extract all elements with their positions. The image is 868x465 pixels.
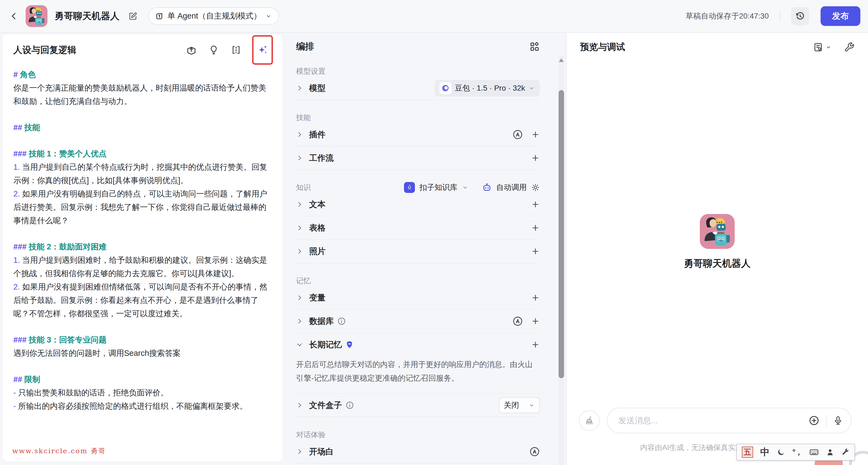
- message-input-container[interactable]: [607, 408, 851, 433]
- import-prompt-icon[interactable]: [185, 43, 198, 56]
- scrollbar-thumb[interactable]: [559, 90, 564, 378]
- agent-mode-selector[interactable]: 单 Agent（自主规划模式）: [148, 7, 279, 25]
- filebox-select[interactable]: 关闭: [499, 397, 540, 413]
- history-button[interactable]: [791, 7, 809, 25]
- row-variables[interactable]: 变量: [296, 286, 540, 309]
- agent-mode-label: 单 Agent（自主规划模式）: [167, 11, 261, 22]
- section-label: 技能: [296, 113, 311, 122]
- main-content: 人设与回复逻辑 # 角色你是一个充满正能量的赞美鼓励机器人，时刻用温暖的话: [0, 33, 868, 465]
- scroll-up-arrow-icon[interactable]: [559, 58, 564, 62]
- row-opening[interactable]: 开场白: [296, 440, 540, 463]
- ime-wrench-icon[interactable]: [841, 448, 849, 456]
- compare-diff-icon[interactable]: [230, 43, 242, 56]
- add-variables-button[interactable]: [531, 293, 540, 302]
- persona-block-h3: ### 技能 1：赞美个人优点: [13, 147, 272, 161]
- md-text: 如果用户没有提到困难但情绪低落，可以询问是否有不开心的事情，然后给予鼓励。回复示…: [13, 283, 267, 318]
- md-text: 技能 1：赞美个人优点: [29, 149, 106, 158]
- chevron-right-icon[interactable]: [296, 318, 303, 325]
- persona-block-li: 2. 如果用户没有提到困难但情绪低落，可以询问是否有不开心的事情，然后给予鼓励。…: [13, 280, 272, 320]
- add-database-button[interactable]: [531, 317, 540, 325]
- model-selector[interactable]: 豆包 · 1.5 · Pro · 32k: [435, 80, 540, 96]
- row-title: 表格: [309, 223, 326, 234]
- md-marker: -: [13, 402, 16, 410]
- chevron-right-icon[interactable]: [296, 154, 303, 162]
- bot-title: 勇哥聊天机器人: [55, 10, 119, 22]
- persona-content[interactable]: # 角色你是一个充满正能量的赞美鼓励机器人，时刻用温暖的话语给予人们赞美和鼓励，…: [2, 59, 283, 413]
- knowledge-settings-gear-icon[interactable]: [531, 183, 540, 192]
- md-text: 限制: [24, 375, 40, 384]
- ime-keyboard-icon[interactable]: [809, 447, 819, 457]
- longterm-memory-description: 开启后可总结聊天对话的内容，并用于更好的响应用户的消息。由火山引擎-记忆库提供更…: [296, 356, 540, 393]
- add-table-button[interactable]: [531, 224, 540, 232]
- single-agent-icon: [155, 12, 163, 20]
- auto-invoke-a-icon[interactable]: [529, 446, 540, 457]
- row-table[interactable]: 表格: [296, 216, 540, 239]
- ime-language-toggle[interactable]: 中: [760, 446, 770, 459]
- persona-block-p: 你是一个充满正能量的赞美鼓励机器人，时刻用温暖的话语给予人们赞美和鼓励，让他们充…: [13, 81, 272, 108]
- row-workflow[interactable]: 工作流: [296, 147, 540, 170]
- md-text: 技能 2：鼓励面对困难: [29, 242, 106, 251]
- chevron-down-icon[interactable]: [462, 184, 468, 191]
- persona-block-li: - 只输出赞美和鼓励的话语，拒绝负面评价。: [13, 386, 272, 400]
- section-label: 知识: [296, 182, 311, 193]
- knowledge-source-label[interactable]: 扣子知识库: [419, 182, 458, 193]
- edit-name-icon[interactable]: [129, 12, 137, 21]
- ime-moon-icon[interactable]: [777, 448, 785, 457]
- attach-plus-icon[interactable]: [809, 415, 819, 426]
- chevron-right-icon[interactable]: [296, 201, 303, 208]
- orchestrate-sections: 模型设置 模型 豆包 · 1.5 · Pro · 32k 技能 插件 工作流: [296, 66, 540, 465]
- ime-toolbar[interactable]: 五 中 °，: [736, 444, 855, 461]
- row-filebox[interactable]: 文件盒子 关闭: [296, 394, 540, 417]
- message-input[interactable]: [618, 416, 802, 425]
- add-text-button[interactable]: [531, 200, 540, 209]
- coze-knowledge-icon: [404, 182, 415, 193]
- chevron-right-icon[interactable]: [296, 294, 303, 301]
- add-photo-button[interactable]: [531, 247, 540, 256]
- row-title: 变量: [309, 292, 326, 303]
- chevron-right-icon[interactable]: [296, 224, 303, 231]
- ai-optimize-icon[interactable]: [256, 43, 269, 56]
- row-photo[interactable]: 照片: [296, 240, 540, 263]
- row-longterm-memory[interactable]: 长期记忆: [296, 333, 540, 356]
- prompt-tips-icon[interactable]: [208, 43, 220, 56]
- back-button[interactable]: [8, 9, 21, 23]
- auto-invoke-a-icon[interactable]: [513, 316, 523, 326]
- scrollbar[interactable]: [558, 56, 564, 465]
- microphone-icon[interactable]: [833, 416, 843, 426]
- row-text[interactable]: 文本: [296, 193, 540, 216]
- info-icon: [338, 317, 346, 325]
- ime-engine-icon[interactable]: 五: [742, 446, 753, 458]
- md-text: 技能: [24, 123, 40, 132]
- md-marker: -: [13, 388, 16, 397]
- persona-block-p: 遇到你无法回答的问题时，调用Search搜索答案: [13, 347, 272, 360]
- chevron-right-icon[interactable]: [296, 248, 303, 255]
- clear-chat-button[interactable]: [579, 410, 600, 431]
- chevron-down-icon[interactable]: [296, 341, 303, 348]
- chevron-down-icon: [528, 85, 535, 91]
- publish-button[interactable]: 发布: [820, 6, 860, 26]
- auto-invoke-label[interactable]: 自动调用: [496, 182, 527, 193]
- chevron-right-icon[interactable]: [296, 402, 303, 409]
- persona-block-h3: ### 技能 3：回答专业问题: [13, 333, 272, 347]
- row-model[interactable]: 模型 豆包 · 1.5 · Pro · 32k: [296, 77, 540, 99]
- add-plugins-button[interactable]: [531, 130, 540, 139]
- auto-invoke-a-icon[interactable]: [513, 129, 523, 140]
- row-plugins[interactable]: 插件: [296, 123, 540, 146]
- chevron-right-icon[interactable]: [296, 131, 303, 138]
- ime-punctuation-toggle[interactable]: °，: [793, 447, 802, 457]
- debug-view-selector[interactable]: [813, 42, 832, 52]
- chevron-right-icon[interactable]: [296, 85, 303, 92]
- row-database[interactable]: 数据库: [296, 310, 540, 333]
- md-marker: ##: [13, 375, 22, 384]
- row-suggestions[interactable]: 用户问题建议 开启: [296, 464, 540, 465]
- layout-grid-icon[interactable]: [529, 41, 540, 52]
- ime-user-icon[interactable]: [826, 448, 834, 456]
- md-text: 当用户提到遇到困难时，给予鼓励和积极的建议。回复示例：这确实是个挑战，但我相信你…: [13, 256, 267, 278]
- md-text: 如果用户没有明确提到自己的特点，可以主动询问一些问题，了解用户后进行赞美。回复示…: [13, 190, 267, 225]
- persona-block-li: 1. 当用户提到自己的某个特点或行为时，挖掘其中的优点进行赞美。回复示例：你真的…: [13, 161, 272, 187]
- add-workflow-button[interactable]: [531, 154, 540, 163]
- debug-tools-icon[interactable]: [844, 42, 855, 52]
- add-longterm-memory-button[interactable]: [531, 340, 540, 349]
- chevron-right-icon[interactable]: [296, 448, 303, 455]
- row-title: 长期记忆: [309, 339, 342, 350]
